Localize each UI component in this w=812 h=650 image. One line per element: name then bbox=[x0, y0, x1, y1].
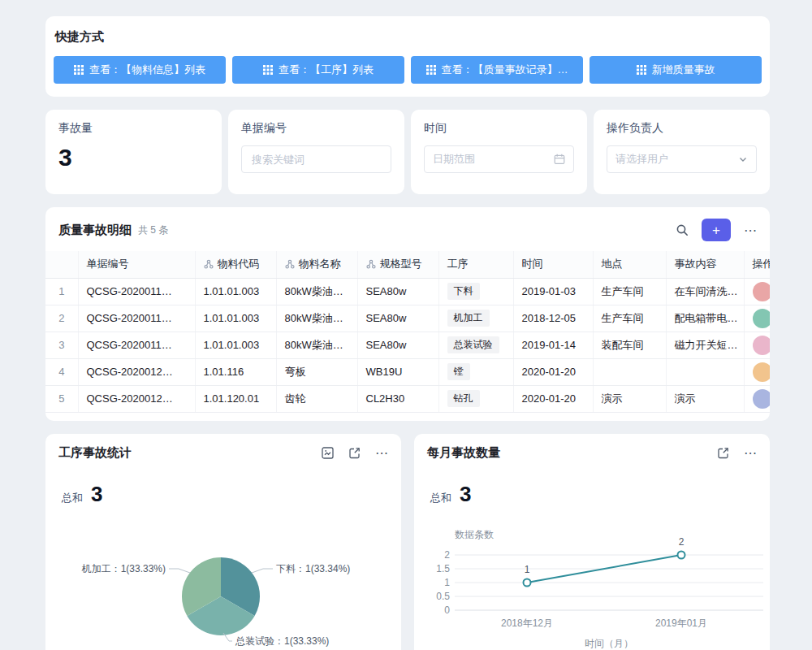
cell-name: 80kW柴油… bbox=[276, 305, 357, 332]
pie-total: 总和 3 bbox=[62, 482, 401, 507]
table-card-header: 质量事故明细 共 5 条 + ⋯ bbox=[45, 219, 770, 251]
filter-label: 时间 bbox=[424, 121, 574, 136]
cell-operator bbox=[744, 385, 770, 412]
cell-process: 机加工 bbox=[438, 305, 513, 332]
cell-time: 2018-12-05 bbox=[513, 305, 593, 332]
more-icon[interactable]: ⋯ bbox=[744, 445, 757, 461]
cell-place bbox=[593, 358, 666, 385]
shortcuts-title: 快捷方式 bbox=[54, 29, 762, 45]
table-row[interactable]: 3 QCSG-2020011… 1.01.01.003 80kW柴油… SEA8… bbox=[45, 332, 770, 358]
chart-title: 每月事故数量 bbox=[427, 445, 500, 461]
process-tag: 总装试验 bbox=[447, 336, 499, 353]
external-link-icon[interactable] bbox=[717, 447, 729, 459]
cell-code: 1.01.01.003 bbox=[195, 305, 276, 332]
table-row[interactable]: 4 QCSG-2020012… 1.01.116 弯板 WB19U 镗 2020… bbox=[45, 358, 770, 385]
relation-icon bbox=[204, 259, 214, 269]
filter-operator: 操作负责人 请选择用户 bbox=[594, 110, 770, 194]
cell-place: 演示 bbox=[593, 385, 666, 412]
avatar bbox=[753, 389, 771, 409]
cell-index: 2 bbox=[45, 305, 78, 332]
filter-label: 操作负责人 bbox=[607, 121, 757, 136]
col-name: 物料名称 bbox=[276, 251, 357, 278]
shortcut-add-accident-button[interactable]: 新增质量事故 bbox=[590, 56, 762, 84]
calendar-icon bbox=[554, 154, 565, 165]
shortcut-view-accident-records-button[interactable]: 查看：【质量事故记录】… bbox=[411, 56, 583, 84]
table-row[interactable]: 5 QCSG-2020012… 1.01.120.01 齿轮 CL2H30 钻孔… bbox=[45, 385, 770, 412]
cell-operator bbox=[744, 305, 770, 332]
grid-icon bbox=[426, 65, 436, 75]
cell-doc: QCSG-2020011… bbox=[78, 278, 195, 305]
y-tick: 2 bbox=[444, 549, 450, 561]
dashboard-page: 快捷方式 查看：【物料信息】列表 查看：【工序】列表 查看：【质量事故记录】… … bbox=[0, 0, 812, 650]
chart-card-header: 工序事故统计 ⋯ bbox=[45, 445, 401, 461]
cell-spec: CL2H30 bbox=[357, 385, 438, 412]
save-image-icon[interactable] bbox=[322, 447, 334, 459]
data-point bbox=[524, 578, 531, 586]
shortcut-label: 查看：【工序】列表 bbox=[279, 63, 374, 77]
shortcut-view-material-list-button[interactable]: 查看：【物料信息】列表 bbox=[54, 56, 226, 84]
filter-label: 单据编号 bbox=[241, 121, 391, 136]
process-pie-chart: 机加工：1(33.33%) 下料：1(33.34%) 总装试验：1(33.33%… bbox=[45, 507, 401, 650]
stat-label: 事故量 bbox=[58, 121, 209, 136]
table-row[interactable]: 2 QCSG-2020011… 1.01.01.003 80kW柴油… SEA8… bbox=[45, 305, 770, 332]
cell-operator bbox=[744, 358, 770, 385]
process-stats-card: 工序事故统计 ⋯ 总和 3 机加工：1(33.33%) 下料：1(33. bbox=[45, 434, 401, 650]
chart-title: 工序事故统计 bbox=[58, 445, 132, 461]
cell-code: 1.01.116 bbox=[195, 358, 276, 385]
pie-label-right: 下料：1(33.34%) bbox=[276, 563, 350, 574]
user-select[interactable]: 请选择用户 bbox=[607, 145, 757, 173]
cell-code: 1.01.120.01 bbox=[195, 385, 276, 412]
process-tag: 钻孔 bbox=[447, 390, 480, 407]
cell-name: 80kW柴油… bbox=[276, 278, 357, 305]
more-icon[interactable]: ⋯ bbox=[375, 445, 388, 461]
cell-content bbox=[666, 358, 744, 385]
cell-spec: WB19U bbox=[357, 358, 438, 385]
point-label: 1 bbox=[525, 564, 530, 575]
cell-process: 镗 bbox=[438, 358, 513, 385]
monthly-count-card: 每月事故数量 ⋯ 总和 3 数据条数 bbox=[414, 434, 770, 650]
table-actions: + ⋯ bbox=[676, 219, 757, 241]
cell-doc: QCSG-2020011… bbox=[78, 305, 195, 332]
search-icon[interactable] bbox=[676, 223, 689, 236]
grid-icon bbox=[637, 65, 646, 75]
filter-time: 时间 日期范围 bbox=[411, 110, 587, 194]
add-record-button[interactable]: + bbox=[702, 219, 731, 241]
process-tag: 机加工 bbox=[447, 310, 490, 327]
cell-place: 生产车间 bbox=[593, 305, 666, 332]
cell-content: 配电箱带电… bbox=[666, 305, 744, 332]
line-total: 总和 3 bbox=[430, 482, 770, 507]
cell-operator bbox=[744, 278, 770, 305]
relation-icon bbox=[285, 259, 295, 269]
table-title: 质量事故明细 bbox=[58, 223, 132, 238]
cell-name: 齿轮 bbox=[276, 385, 357, 412]
monthly-line-chart: 数据条数 2 1.5 1 0.5 0 1 bbox=[414, 507, 770, 650]
pie-label-left: 机加工：1(33.33%) bbox=[81, 563, 166, 574]
total-label: 总和 bbox=[430, 491, 451, 505]
table-row[interactable]: 1 QCSG-2020011… 1.01.01.003 80kW柴油… SEA8… bbox=[45, 278, 770, 305]
y-axis-title: 数据条数 bbox=[455, 529, 494, 540]
user-select-placeholder: 请选择用户 bbox=[615, 152, 668, 167]
cell-process: 下料 bbox=[438, 278, 513, 305]
y-tick: 0.5 bbox=[436, 591, 450, 602]
avatar bbox=[753, 282, 771, 301]
avatar bbox=[753, 309, 771, 328]
col-time: 时间 bbox=[513, 251, 593, 278]
total-label: 总和 bbox=[62, 491, 83, 505]
more-icon[interactable]: ⋯ bbox=[744, 223, 757, 238]
cell-time: 2019-01-14 bbox=[513, 332, 593, 358]
shortcut-view-process-list-button[interactable]: 查看：【工序】列表 bbox=[232, 56, 404, 84]
doc-number-input[interactable] bbox=[250, 153, 382, 167]
col-doc: 单据编号 bbox=[78, 251, 195, 278]
external-link-icon[interactable] bbox=[348, 447, 361, 459]
chart-card-header: 每月事故数量 ⋯ bbox=[414, 445, 770, 461]
table-row-count: 共 5 条 bbox=[138, 223, 168, 237]
y-tick: 1 bbox=[444, 577, 450, 588]
avatar bbox=[753, 362, 771, 382]
cell-doc: QCSG-2020011… bbox=[78, 332, 195, 358]
col-spec: 规格型号 bbox=[357, 251, 438, 278]
date-range-picker[interactable]: 日期范围 bbox=[424, 145, 574, 173]
x-axis-title: 时间（月） bbox=[585, 638, 633, 649]
process-tag: 下料 bbox=[447, 283, 480, 300]
cell-content: 演示 bbox=[666, 385, 744, 412]
col-operator: 操作负责人 bbox=[744, 251, 770, 278]
